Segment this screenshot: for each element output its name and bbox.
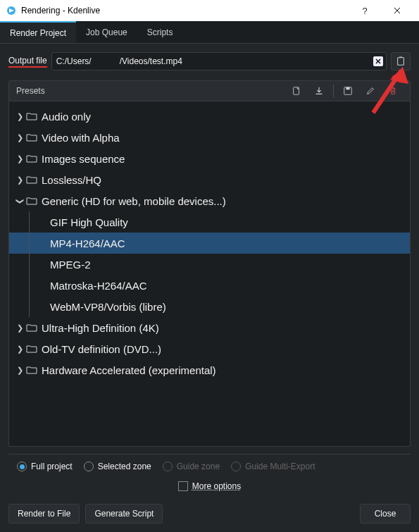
radio-selected-zone[interactable]: Selected zone xyxy=(84,462,151,471)
titlebar: Rendering - Kdenlive ? xyxy=(0,0,419,21)
preset-gif[interactable]: GIF High Quality xyxy=(9,211,410,233)
tab-render-project[interactable]: Render Project xyxy=(0,21,76,43)
render-range-options: Full project Selected zone Guide zone Gu… xyxy=(8,454,411,478)
chevron-right-icon: ❯ xyxy=(15,175,25,185)
dialog-content: Render Project Job Queue Scripts Output … xyxy=(0,21,419,532)
tree-lossless[interactable]: ❯Lossless/HQ xyxy=(9,169,410,190)
folder-icon xyxy=(26,364,37,376)
help-button[interactable]: ? xyxy=(349,0,381,21)
new-preset-icon[interactable] xyxy=(287,82,306,99)
more-options-checkbox[interactable] xyxy=(178,481,188,491)
chevron-right-icon: ❯ xyxy=(15,345,25,354)
tab-scripts[interactable]: Scripts xyxy=(137,21,183,43)
chevron-down-icon: ❯ xyxy=(15,196,25,206)
tab-bar: Render Project Job Queue Scripts xyxy=(0,21,419,44)
preset-matroska[interactable]: Matroska-H264/AAC xyxy=(9,275,410,296)
chevron-right-icon: ❯ xyxy=(15,366,25,375)
output-path-post: /Videos/test.mp4 xyxy=(120,56,182,66)
more-options-label[interactable]: More options xyxy=(192,481,241,491)
tree-hw[interactable]: ❯Hardware Accelerated (experimental) xyxy=(9,359,410,381)
folder-icon xyxy=(26,322,37,333)
output-file-label: Output file xyxy=(8,56,47,68)
radio-full-project[interactable]: Full project xyxy=(17,462,73,471)
window-title: Rendering - Kdenlive xyxy=(21,6,349,16)
render-to-file-button[interactable]: Render to File xyxy=(8,504,80,524)
clear-icon[interactable] xyxy=(373,56,383,66)
chevron-right-icon: ❯ xyxy=(15,133,25,142)
redacted-username xyxy=(93,56,118,66)
generate-script-button[interactable]: Generate Script xyxy=(85,504,163,524)
separator xyxy=(333,85,334,97)
chevron-right-icon: ❯ xyxy=(15,112,25,121)
radio-guide-multi: Guide Multi-Export xyxy=(231,462,315,471)
folder-icon xyxy=(26,174,37,185)
download-preset-icon[interactable] xyxy=(309,82,329,99)
tree-video-alpha[interactable]: ❯Video with Alpha xyxy=(9,127,410,148)
chevron-right-icon: ❯ xyxy=(15,154,25,163)
folder-icon xyxy=(26,153,37,164)
tree-uhd[interactable]: ❯Ultra-High Definition (4K) xyxy=(9,317,410,338)
footer: Render to File Generate Script Close xyxy=(0,498,419,532)
browse-output-button[interactable] xyxy=(391,52,411,70)
output-path-pre: C:/Users/ xyxy=(56,56,92,66)
presets-toolbar: Presets xyxy=(8,80,411,101)
more-options-row: More options xyxy=(0,478,419,498)
delete-preset-icon[interactable] xyxy=(383,82,403,99)
close-window-button[interactable] xyxy=(381,0,413,21)
tab-job-queue[interactable]: Job Queue xyxy=(76,21,137,43)
preset-mpeg2[interactable]: MPEG-2 xyxy=(9,254,410,275)
folder-icon xyxy=(26,195,37,206)
preset-webm[interactable]: WebM-VP8/Vorbis (libre) xyxy=(9,296,410,317)
svg-rect-1 xyxy=(398,58,404,66)
tree-images-sequence[interactable]: ❯Images sequence xyxy=(9,148,410,169)
output-row: Output file C:/Users/ /Videos/test.mp4 xyxy=(0,44,419,70)
presets-label: Presets xyxy=(16,86,284,96)
save-preset-icon[interactable] xyxy=(338,82,358,99)
tree-oldtv[interactable]: ❯Old-TV definition (DVD...) xyxy=(9,338,410,359)
app-icon xyxy=(6,5,17,16)
presets-tree[interactable]: ❯Audio only ❯Video with Alpha ❯Images se… xyxy=(8,101,411,447)
chevron-right-icon: ❯ xyxy=(15,323,25,333)
radio-guide-zone: Guide zone xyxy=(163,462,220,471)
svg-rect-4 xyxy=(346,87,349,90)
close-button[interactable]: Close xyxy=(360,504,411,524)
output-file-input[interactable]: C:/Users/ /Videos/test.mp4 xyxy=(51,52,387,70)
folder-icon xyxy=(26,343,37,354)
edit-preset-icon[interactable] xyxy=(361,82,380,99)
tree-generic[interactable]: ❯Generic (HD for web, mobile devices...) xyxy=(9,190,410,211)
preset-mp4[interactable]: MP4-H264/AAC xyxy=(9,233,410,254)
tree-audio-only[interactable]: ❯Audio only xyxy=(9,106,410,127)
folder-icon xyxy=(26,132,37,143)
folder-icon xyxy=(26,111,37,122)
